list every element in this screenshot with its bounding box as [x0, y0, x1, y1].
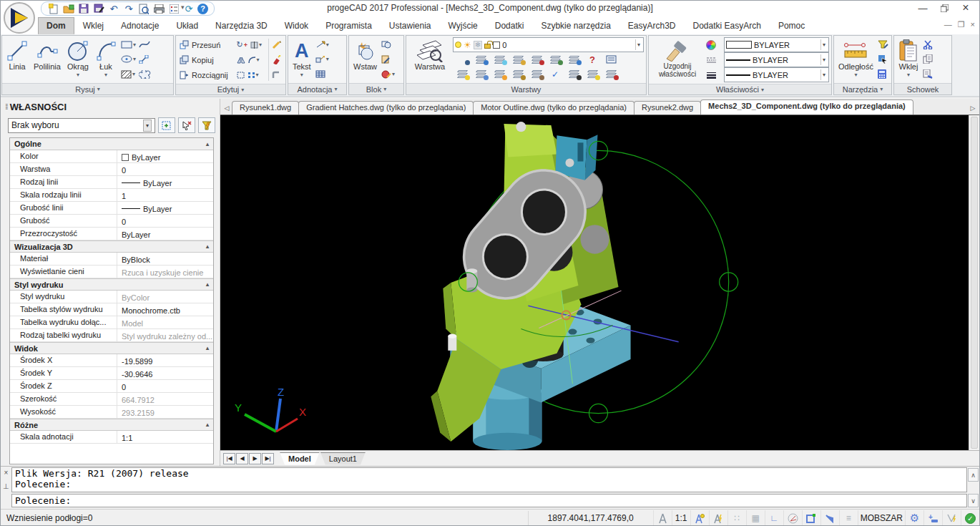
ellipse-button[interactable]: ▾ [120, 52, 137, 67]
match-properties-button[interactable]: Uzgodnij właściwości [651, 37, 704, 82]
esnap-toggle-icon[interactable] [802, 510, 820, 526]
arc-button[interactable]: Łuk ▾ [93, 37, 119, 82]
annotation-scale-value[interactable]: 1:1 [672, 510, 690, 526]
leader-button[interactable]: ▾ [315, 52, 330, 67]
lineweight-icon[interactable] [705, 68, 722, 82]
mdi-restore-button[interactable]: ❐ [958, 20, 965, 29]
grid-toggle-icon[interactable]: ▦ [746, 510, 765, 526]
group-label-warstwy[interactable]: Warstwy [406, 83, 646, 94]
color-combobox[interactable]: BYLAYER▾ [724, 37, 829, 52]
restore-button[interactable] [934, 1, 955, 15]
ready-check-icon[interactable]: ✓ [961, 510, 979, 526]
polyline-button[interactable]: Polilinia [31, 37, 63, 82]
mdi-close-button[interactable]: × [971, 20, 975, 29]
section-header-rozne[interactable]: Różne▴ [10, 419, 213, 431]
layer-previous-button[interactable] [546, 52, 564, 67]
tab-pomoc[interactable]: Pomoc [770, 17, 813, 34]
paste-dropdown-icon[interactable]: ▾ [907, 72, 910, 78]
layer-states-button[interactable] [602, 52, 620, 67]
polar-toggle-icon[interactable] [783, 510, 802, 526]
color-wheel-icon[interactable] [705, 38, 722, 52]
arc-dropdown-icon[interactable]: ▾ [104, 72, 107, 78]
doc-tab-rysunek2[interactable]: Rysunek2.dwg [634, 101, 701, 115]
layer-paint-button[interactable] [527, 67, 546, 82]
quick-select-button[interactable] [158, 117, 175, 133]
doc-tab-rysunek1[interactable]: Rysunek1.dwg [232, 101, 299, 115]
join-icon[interactable] [271, 68, 283, 82]
layer-unisolate-button[interactable] [471, 67, 490, 82]
layout-last-button[interactable]: ▶| [262, 453, 274, 464]
collapse-icon[interactable]: ▴ [206, 345, 209, 351]
palette-grip[interactable]: ⁞⁞ [5, 103, 7, 111]
doc-tabs-scroll-left-icon[interactable]: ◁ [222, 102, 232, 115]
scroll-up-icon[interactable]: ∧ [968, 468, 979, 482]
section-header-styl-wydruku[interactable]: Styl wydruku▴ [10, 278, 213, 291]
copy-button[interactable]: Kopiuj [178, 52, 235, 67]
command-pin-icon[interactable]: ⊤ [3, 482, 9, 490]
circle-button[interactable]: Okrąg ▾ [64, 37, 92, 82]
section-header-widok[interactable]: Widok▴ [10, 342, 213, 354]
lineweight-toggle-icon[interactable]: ≡ [839, 510, 858, 526]
tab-widok[interactable]: Widok [276, 17, 317, 34]
tab-dodatki[interactable]: Dodatki [486, 17, 533, 34]
annotation-autoscale-icon[interactable] [709, 510, 727, 526]
layout1-tab[interactable]: Layout1 [320, 452, 366, 465]
layout-prev-button[interactable]: ◀ [236, 453, 248, 464]
lineweight-combobox[interactable]: BYLAYER▾ [724, 67, 829, 82]
section-header-ogolne[interactable]: Ogólne▴ [10, 138, 213, 150]
linetype-icon[interactable] [705, 53, 722, 67]
group-label-schowek[interactable]: Schowek [894, 83, 951, 94]
layout-first-button[interactable]: |◀ [223, 453, 235, 464]
minimize-button[interactable]: — [912, 1, 934, 15]
array-icon[interactable] [248, 72, 255, 79]
dynamic-input-icon[interactable] [942, 510, 961, 526]
line-button[interactable]: Linia [4, 37, 30, 82]
tab-szybkie-narzedzia[interactable]: Szybkie narzędzia [532, 17, 619, 34]
polyline-edit-icon[interactable] [271, 38, 283, 52]
viewport-canvas[interactable] [220, 115, 969, 450]
layer-match-button[interactable] [564, 52, 583, 67]
layer-off-button[interactable] [453, 52, 471, 67]
dimension-button[interactable]: ▾ [315, 37, 330, 52]
spline-button[interactable] [138, 37, 152, 52]
quick-select-icon[interactable] [877, 37, 889, 52]
tab-dodatki-easyarch[interactable]: Dodatki EasyArch [685, 17, 770, 34]
layout-next-button[interactable]: ▶ [249, 453, 261, 464]
layer-check-button[interactable]: ✓ [546, 67, 564, 82]
workspace-toggle-button[interactable]: MOBSZAR [858, 510, 905, 526]
drawing-viewport[interactable]: Z Y X [220, 115, 969, 450]
doc-tabs-scroll-right-icon[interactable]: ▷ [968, 102, 978, 115]
properties-header[interactable]: ⁞⁞ WŁASNOŚCI [1, 99, 220, 115]
group-label-rysuj[interactable]: Rysuj▾ [2, 83, 173, 94]
progecad-logo-icon[interactable] [4, 2, 35, 34]
text-dropdown-icon[interactable]: ▾ [300, 72, 303, 78]
viewport-vertical-scrollbar[interactable] [969, 115, 979, 450]
tab-narzedzia-3d[interactable]: Narzędzia 3D [207, 17, 276, 34]
tab-easyarch3d[interactable]: EasyArch3D [619, 17, 685, 34]
toggle-pickadd-button[interactable] [198, 117, 215, 133]
layer-unlock-icon[interactable] [484, 44, 491, 49]
rotate-button[interactable]: ↻+ ▾ [236, 38, 266, 52]
layer-merge-button[interactable] [583, 67, 602, 82]
layer-freeze-button[interactable] [490, 52, 509, 67]
collapse-icon[interactable]: ▴ [206, 281, 209, 288]
model-tab[interactable]: Model [280, 452, 320, 465]
layer-combo-dropdown-icon[interactable]: ▾ [635, 39, 642, 50]
group-label-edytuj[interactable]: Edytuj▾ [176, 84, 285, 94]
explode-icon[interactable] [271, 53, 283, 67]
create-block-button[interactable] [381, 37, 396, 52]
group-label-narzedzia[interactable]: Narzędzia▾ [834, 83, 891, 94]
scroll-down-icon[interactable]: ∨ [968, 494, 979, 507]
mirror-button[interactable]: ▾ [236, 53, 266, 67]
offset-button[interactable]: ▾ [236, 68, 266, 82]
layer-isolate-button[interactable] [471, 52, 490, 67]
select-cursor-icon[interactable] [877, 52, 889, 67]
doc-tab-mechs2-3d-component[interactable]: Mechs2_3D_Component.dwg (tylko do przegl… [700, 99, 913, 115]
tab-uklad[interactable]: Układ [167, 17, 207, 34]
close-button[interactable]: × [955, 1, 976, 15]
add-scales-icon[interactable]: + [923, 510, 942, 526]
group-label-blok[interactable]: Blok▾ [349, 83, 403, 94]
layer-combobox[interactable]: ☀ ❄ 0 ▾ [453, 37, 644, 52]
layer-unlock-button[interactable] [509, 67, 527, 82]
layer-thaw-icon[interactable]: ☀ [464, 41, 471, 49]
